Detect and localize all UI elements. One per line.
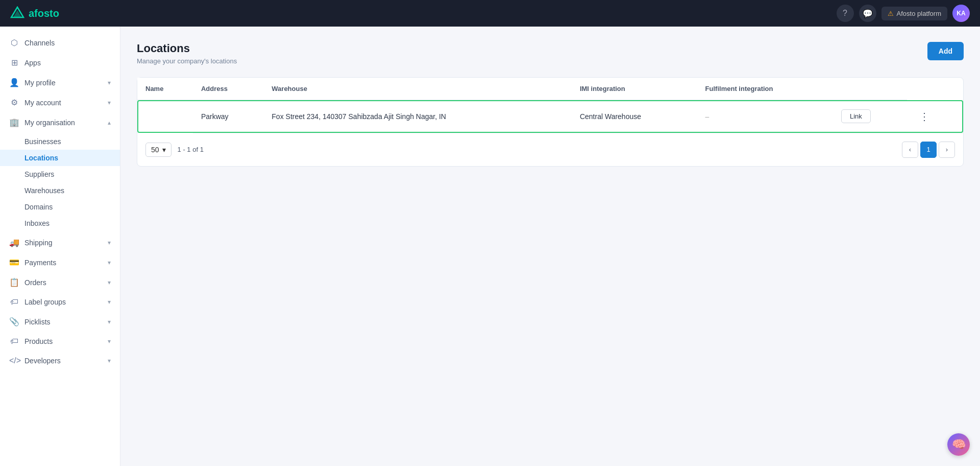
sidebar-item-my-organisation[interactable]: 🏢 My organisation ▴ — [0, 112, 120, 132]
sidebar-label-my-profile: My profile — [24, 79, 56, 87]
table-body: Parkway Fox Street 234, 140307 Sahibzada… — [137, 100, 963, 133]
shipping-icon: 🚚 — [9, 238, 19, 247]
sidebar-item-shipping[interactable]: 🚚 Shipping ▾ — [0, 232, 120, 252]
picklists-icon: 📎 — [9, 317, 19, 327]
sidebar-label-orders: Orders — [24, 278, 46, 287]
avatar[interactable]: KA — [952, 5, 970, 22]
chevron-down-icon-6: ▾ — [108, 298, 111, 306]
sidebar-label-developers: Developers — [24, 357, 61, 365]
my-organisation-icon: 🏢 — [9, 118, 19, 127]
chevron-down-icon: ▾ — [108, 79, 111, 86]
cell-imi: – — [697, 100, 833, 133]
apps-icon: ⊞ — [9, 58, 19, 67]
platform-selector[interactable]: ⚠ Afosto platform — [881, 7, 947, 20]
sidebar-item-suppliers[interactable]: Suppliers — [0, 166, 120, 182]
sidebar-item-warehouses[interactable]: Warehouses — [0, 182, 120, 199]
sidebar-item-locations[interactable]: Locations — [0, 150, 120, 166]
sidebar-item-developers[interactable]: </> Developers ▾ — [0, 351, 120, 370]
pagination-info: 1 - 1 of 1 — [178, 146, 204, 153]
sidebar-label-channels: Channels — [24, 39, 55, 47]
chevron-down-icon-3: ▾ — [108, 239, 111, 246]
sidebar-item-channels[interactable]: ⬡ Channels — [0, 33, 120, 53]
per-page-value: 50 — [151, 146, 159, 154]
logo-text: afosto — [29, 8, 59, 19]
chevron-up-icon: ▴ — [108, 119, 111, 126]
per-page-chevron: ▾ — [162, 146, 166, 154]
col-warehouse: Warehouse — [263, 78, 572, 100]
main-layout: ⬡ Channels ⊞ Apps 👤 My profile ▾ ⚙ My ac… — [0, 27, 980, 466]
add-button[interactable]: Add — [927, 42, 964, 60]
page-1-button[interactable]: 1 — [920, 142, 937, 158]
page-subtitle: Manage your company's locations — [137, 57, 237, 65]
sidebar-item-payments[interactable]: 💳 Payments ▾ — [0, 252, 120, 272]
label-groups-icon: 🏷 — [9, 297, 19, 307]
imi-dash: – — [705, 112, 709, 121]
cell-name: Parkway — [193, 100, 263, 133]
chevron-down-icon-5: ▾ — [108, 279, 111, 286]
help-button[interactable]: ? — [837, 5, 854, 22]
per-page-selector[interactable]: 50 ▾ — [145, 143, 172, 157]
col-address: Address — [193, 78, 263, 100]
sidebar-item-domains[interactable]: Domains — [0, 199, 120, 215]
sidebar-label-picklists: Picklists — [24, 318, 51, 326]
brain-icon-symbol: 🧠 — [952, 438, 966, 451]
sidebar-item-products[interactable]: 🏷 Products ▾ — [0, 332, 120, 351]
sidebar-label-my-account: My account — [24, 99, 61, 107]
top-navigation: afosto ? 💬 ⚠ Afosto platform KA — [0, 0, 980, 27]
help-icon: ? — [843, 9, 847, 18]
next-page-button[interactable]: › — [939, 142, 955, 158]
channels-icon: ⬡ — [9, 38, 19, 48]
warning-icon: ⚠ — [888, 10, 894, 17]
col-name: Name — [137, 78, 193, 100]
sidebar: ⬡ Channels ⊞ Apps 👤 My profile ▾ ⚙ My ac… — [0, 27, 120, 466]
avatar-text: KA — [957, 10, 965, 17]
platform-label: Afosto platform — [897, 10, 941, 17]
chevron-down-icon-4: ▾ — [108, 259, 111, 266]
page-title: Locations — [137, 42, 237, 55]
sidebar-label-payments: Payments — [24, 259, 56, 267]
cell-warehouse: Central Warehouse — [572, 100, 697, 133]
chevron-down-icon-2: ▾ — [108, 99, 111, 106]
sidebar-item-my-account[interactable]: ⚙ My account ▾ — [0, 92, 120, 112]
prev-page-button[interactable]: ‹ — [902, 142, 918, 158]
topnav-right-area: ? 💬 ⚠ Afosto platform KA — [837, 5, 970, 22]
my-account-icon: ⚙ — [9, 98, 19, 107]
page-header-left: Locations Manage your company's location… — [137, 42, 237, 65]
sidebar-item-businesses[interactable]: Businesses — [0, 133, 120, 150]
sidebar-label-apps: Apps — [24, 59, 41, 67]
sidebar-item-my-profile[interactable]: 👤 My profile ▾ — [0, 73, 120, 92]
sidebar-item-picklists[interactable]: 📎 Picklists ▾ — [0, 312, 120, 332]
sidebar-label-shipping: Shipping — [24, 239, 53, 247]
sidebar-label-my-organisation: My organisation — [24, 119, 75, 127]
chevron-down-icon-7: ▾ — [108, 318, 111, 325]
table-row[interactable]: Parkway Fox Street 234, 140307 Sahibzada… — [137, 100, 963, 133]
sidebar-item-label-groups[interactable]: 🏷 Label groups ▾ — [0, 292, 120, 312]
main-content: Locations Manage your company's location… — [120, 27, 980, 466]
organisation-submenu: Businesses Locations Suppliers Warehouse… — [0, 132, 120, 232]
developers-icon: </> — [9, 356, 19, 365]
brain-button[interactable]: 🧠 — [947, 433, 970, 456]
page-header: Locations Manage your company's location… — [137, 42, 964, 65]
locations-table: Name Address Warehouse IMI integration F… — [137, 78, 963, 133]
cell-fulfilment: Link — [833, 100, 907, 133]
payments-icon: 💳 — [9, 258, 19, 267]
chevron-down-icon-9: ▾ — [108, 357, 111, 364]
sidebar-item-apps[interactable]: ⊞ Apps — [0, 53, 120, 73]
products-icon: 🏷 — [9, 337, 19, 346]
more-options-button[interactable]: ⋮ — [915, 108, 934, 125]
cell-address: Fox Street 234, 140307 Sahibzada Ajit Si… — [263, 100, 572, 133]
col-actions — [833, 78, 907, 100]
locations-table-container: Name Address Warehouse IMI integration F… — [137, 77, 964, 167]
table-header-row: Name Address Warehouse IMI integration F… — [137, 78, 963, 100]
table-header: Name Address Warehouse IMI integration F… — [137, 78, 963, 100]
logo[interactable]: afosto — [10, 6, 59, 20]
col-imi: IMI integration — [572, 78, 697, 100]
link-button[interactable]: Link — [841, 109, 871, 123]
sidebar-item-inboxes[interactable]: Inboxes — [0, 215, 120, 231]
afosto-logo-icon — [10, 6, 24, 20]
my-profile-icon: 👤 — [9, 78, 19, 87]
sidebar-item-orders[interactable]: 📋 Orders ▾ — [0, 272, 120, 292]
pagination-controls: ‹ 1 › — [902, 142, 955, 158]
chat-button[interactable]: 💬 — [859, 5, 876, 22]
col-fulfilment: Fulfilment integration — [697, 78, 833, 100]
